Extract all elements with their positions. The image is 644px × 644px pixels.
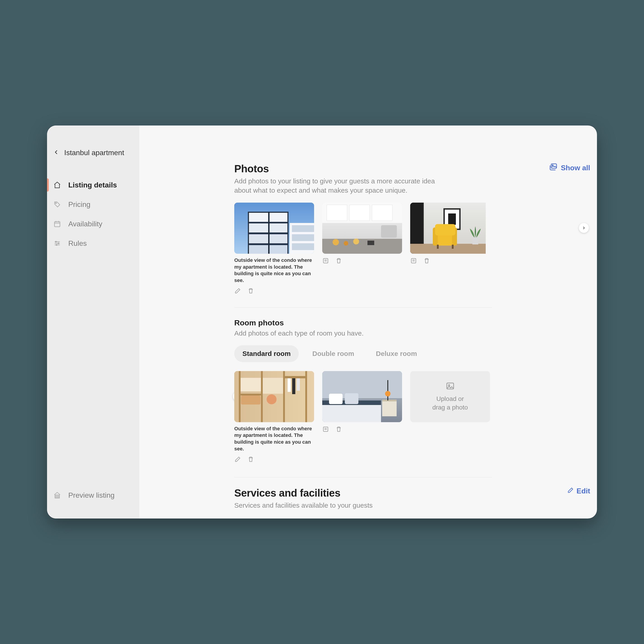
svg-rect-58 — [297, 378, 300, 391]
sidebar-nav: Listing details Pricing Availability Rul… — [47, 175, 139, 253]
photo-thumbnail — [322, 371, 402, 422]
svg-rect-23 — [381, 225, 397, 238]
sidebar-item-rules[interactable]: Rules — [47, 234, 139, 253]
listing-name: Istanbul apartment — [64, 149, 124, 157]
svg-point-71 — [448, 385, 450, 386]
photo-caption: Outside view of the condo where my apart… — [234, 257, 314, 284]
svg-point-68 — [385, 391, 391, 396]
photo-actions — [410, 257, 486, 264]
svg-point-27 — [353, 239, 359, 244]
svg-rect-15 — [292, 225, 314, 232]
photo-thumbnail — [234, 203, 314, 254]
svg-rect-69 — [323, 427, 328, 431]
tab-deluxe-room[interactable]: Deluxe room — [368, 345, 425, 362]
room-type-tabs: Standard room Double room Deluxe room — [234, 345, 590, 362]
svg-point-25 — [333, 239, 339, 245]
svg-rect-29 — [323, 258, 328, 263]
trash-icon[interactable] — [335, 257, 342, 264]
svg-rect-48 — [283, 371, 285, 422]
calendar-icon — [52, 220, 62, 228]
room-photos-desc: Add photos of each type of room you have… — [234, 329, 590, 337]
pencil-icon — [567, 487, 574, 495]
photo-card[interactable] — [322, 371, 402, 463]
photo-actions — [322, 257, 402, 264]
section-title-services: Services and facilities — [234, 487, 373, 499]
tag-icon — [52, 201, 62, 208]
svg-point-54 — [267, 394, 277, 404]
svg-rect-20 — [327, 205, 347, 221]
home-icon — [52, 491, 62, 499]
photo-actions — [234, 456, 314, 463]
image-icon — [446, 381, 455, 391]
tab-standard-room[interactable]: Standard room — [234, 345, 299, 362]
sidebar-item-label: Preview listing — [68, 491, 115, 500]
photo-card[interactable]: Outside view of the condo where my apart… — [234, 203, 314, 294]
photo-caption: Outside view of the condo where my apart… — [234, 425, 314, 452]
edit-services-button[interactable]: Edit — [567, 487, 590, 495]
svg-rect-63 — [329, 394, 343, 404]
photo-thumbnail — [410, 203, 486, 254]
svg-rect-52 — [241, 395, 260, 405]
upload-label: Upload ordrag a photo — [432, 395, 468, 412]
pencil-icon[interactable] — [234, 456, 241, 463]
trash-icon[interactable] — [247, 456, 254, 463]
upload-photo-button[interactable]: Upload ordrag a photo — [410, 371, 490, 422]
svg-rect-51 — [241, 394, 261, 395]
svg-rect-65 — [382, 400, 397, 416]
photo-actions — [322, 426, 402, 433]
photo-thumbnail — [234, 371, 314, 422]
svg-rect-17 — [292, 243, 314, 250]
photo-thumbnail — [322, 203, 402, 254]
svg-rect-39 — [435, 224, 455, 235]
svg-rect-57 — [292, 378, 295, 394]
show-all-button[interactable]: Show all — [549, 163, 590, 173]
photo-card[interactable] — [322, 203, 402, 264]
svg-rect-22 — [372, 205, 392, 221]
sidebar-item-availability[interactable]: Availability — [47, 214, 139, 234]
trash-icon[interactable] — [247, 287, 254, 294]
chevron-left-icon — [53, 149, 59, 156]
sliders-icon — [52, 239, 62, 247]
room-photos-title: Room photos — [234, 318, 590, 327]
app-window: Istanbul apartment Listing details Prici… — [47, 125, 597, 519]
show-all-label: Show all — [561, 164, 590, 172]
tab-double-room[interactable]: Double room — [304, 345, 362, 362]
trash-icon[interactable] — [335, 426, 342, 433]
photo-actions — [234, 287, 314, 294]
trash-icon[interactable] — [423, 257, 430, 264]
section-divider — [234, 307, 492, 308]
home-icon — [52, 181, 62, 189]
carousel-next-button[interactable] — [579, 223, 589, 233]
svg-rect-42 — [472, 238, 478, 244]
svg-rect-43 — [411, 258, 416, 263]
content-scroll: Photos Add photos to your listing to giv… — [234, 125, 590, 519]
svg-rect-28 — [367, 241, 374, 245]
pencil-icon[interactable] — [234, 287, 241, 294]
svg-rect-56 — [288, 378, 291, 392]
svg-rect-55 — [285, 376, 305, 378]
svg-rect-21 — [349, 205, 370, 221]
preview-listing-button[interactable]: Preview listing — [47, 485, 139, 505]
section-desc-services: Services and facilities available to you… — [234, 501, 373, 510]
main-photo-carousel: Outside view of the condo where my apart… — [234, 203, 590, 294]
caption-icon[interactable] — [322, 426, 329, 433]
caption-icon[interactable] — [322, 257, 329, 264]
photo-card[interactable]: Outside view of the condo where my apart… — [234, 371, 314, 463]
photos-section: Photos Add photos to your listing to giv… — [234, 163, 590, 477]
svg-rect-49 — [305, 371, 307, 422]
svg-rect-16 — [292, 234, 314, 241]
svg-rect-40 — [437, 245, 439, 249]
caption-icon[interactable] — [410, 257, 417, 264]
sidebar-item-listing-details[interactable]: Listing details — [47, 175, 139, 195]
section-desc-photos: Add photos to your listing to give your … — [234, 177, 447, 195]
services-section: Services and facilities Services and fac… — [234, 487, 590, 510]
sidebar-item-pricing[interactable]: Pricing — [47, 195, 139, 214]
svg-point-26 — [344, 241, 348, 246]
sidebar-item-label: Pricing — [68, 200, 90, 209]
back-to-listings[interactable]: Istanbul apartment — [47, 139, 139, 166]
svg-rect-47 — [261, 371, 263, 422]
photo-card[interactable] — [410, 203, 486, 264]
svg-point-0 — [55, 203, 56, 204]
svg-rect-50 — [241, 378, 261, 391]
main-panel: Photos Add photos to your listing to giv… — [139, 125, 597, 519]
